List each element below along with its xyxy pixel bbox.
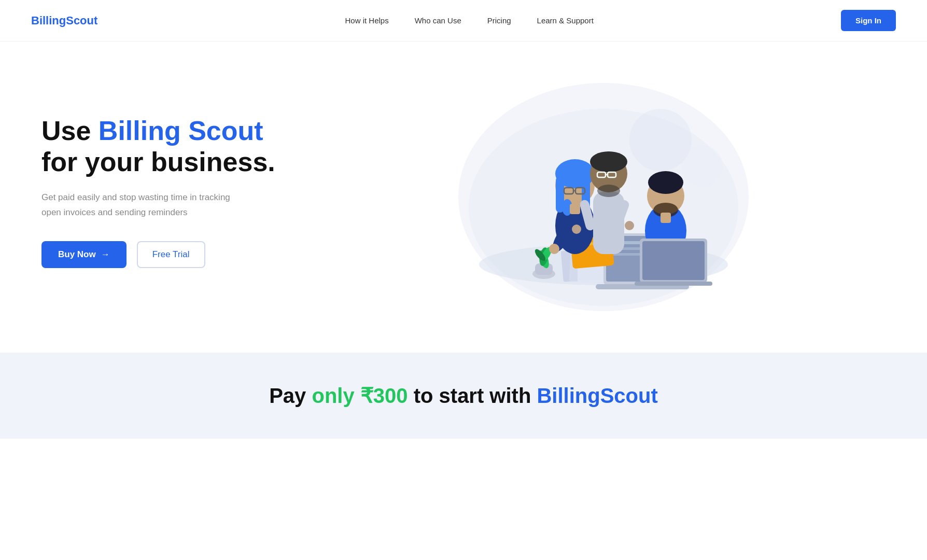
hero-title-highlight: Billing Scout (99, 116, 263, 146)
nav-link-learn-support[interactable]: Learn & Support (537, 16, 594, 25)
svg-rect-31 (570, 204, 580, 214)
nav-item-learn-support[interactable]: Learn & Support (537, 16, 594, 25)
buy-now-button[interactable]: Buy Now → (41, 241, 127, 268)
banner-price: ₹300 (360, 384, 408, 407)
hero-illustration (311, 73, 896, 311)
buy-now-label: Buy Now (58, 249, 96, 260)
svg-point-40 (597, 185, 620, 197)
banner-text: Pay only ₹300 to start with BillingScout (31, 384, 896, 408)
hero-title-suffix: for your business. (41, 147, 275, 177)
nav-item-pricing[interactable]: Pricing (487, 16, 511, 25)
nav-item-how-it-helps[interactable]: How it Helps (345, 16, 388, 25)
hero-title: Use Billing Scoutfor your business. (41, 116, 311, 178)
banner-brand: BillingScout (537, 384, 657, 407)
nav-link-who-can-use[interactable]: Who can Use (415, 16, 461, 25)
free-trial-button[interactable]: Free Trial (137, 241, 205, 268)
bottom-banner: Pay only ₹300 to start with BillingScout (0, 353, 927, 439)
svg-point-33 (549, 244, 559, 254)
nav-link-pricing[interactable]: Pricing (487, 16, 511, 25)
arrow-icon: → (101, 249, 110, 260)
hero-svg-illustration (443, 73, 764, 311)
svg-point-44 (625, 221, 634, 230)
svg-point-43 (572, 225, 581, 234)
nav-links: How it Helps Who can Use Pricing Learn &… (345, 16, 593, 25)
hero-content: Use Billing Scoutfor your business. Get … (41, 116, 311, 268)
hero-buttons: Buy Now → Free Trial (41, 241, 311, 268)
hero-subtitle: Get paid easily and stop wasting time in… (41, 190, 249, 220)
navigation: BillingScout How it Helps Who can Use Pr… (0, 0, 927, 41)
svg-rect-54 (635, 282, 712, 286)
svg-point-56 (681, 145, 723, 187)
hero-section: Use Billing Scoutfor your business. Get … (0, 41, 927, 353)
banner-only: only (312, 384, 360, 407)
svg-point-36 (590, 151, 627, 172)
nav-item-who-can-use[interactable]: Who can Use (415, 16, 461, 25)
logo[interactable]: BillingScout (31, 14, 97, 27)
sign-in-button[interactable]: Sign In (841, 10, 896, 31)
hero-title-prefix: Use (41, 116, 99, 146)
illustration-wrapper (443, 73, 764, 311)
banner-prefix: Pay (269, 384, 312, 407)
nav-link-how-it-helps[interactable]: How it Helps (345, 16, 388, 25)
svg-point-47 (648, 171, 683, 194)
svg-rect-53 (642, 241, 705, 280)
banner-middle: to start with (408, 384, 537, 407)
svg-rect-49 (661, 213, 671, 223)
